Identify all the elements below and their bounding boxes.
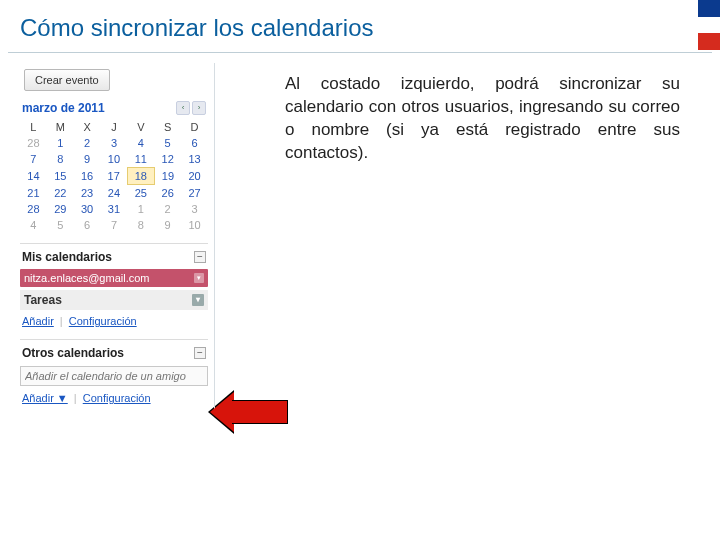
tasks-label: Tareas — [24, 293, 62, 307]
calendar-day[interactable]: 17 — [101, 168, 128, 185]
calendar-day[interactable]: 26 — [154, 185, 181, 202]
calendar-sidebar: Crear evento marzo de 2011 ‹ › LMXJVSD 2… — [20, 63, 215, 412]
calendar-day[interactable]: 9 — [74, 151, 101, 168]
calendar-day[interactable]: 14 — [20, 168, 47, 185]
dropdown-icon[interactable]: ▾ — [192, 294, 204, 306]
calendar-day[interactable]: 10 — [181, 217, 208, 233]
calendar-day[interactable]: 2 — [74, 135, 101, 151]
config-link[interactable]: Configuración — [69, 315, 137, 327]
calendar-day[interactable]: 16 — [74, 168, 101, 185]
calendar-day[interactable]: 28 — [20, 135, 47, 151]
calendar-day[interactable]: 8 — [47, 151, 74, 168]
calendar-day[interactable]: 2 — [154, 201, 181, 217]
calendar-day[interactable]: 27 — [181, 185, 208, 202]
calendar-day[interactable]: 3 — [101, 135, 128, 151]
calendar-day[interactable]: 15 — [47, 168, 74, 185]
flag-decoration — [698, 0, 720, 50]
calendar-day[interactable]: 24 — [101, 185, 128, 202]
calendar-item-primary[interactable]: nitza.enlaces@gmail.com ▾ — [20, 269, 208, 287]
weekday-header: L — [20, 119, 47, 135]
title-divider — [8, 52, 712, 53]
add-other-calendar-link[interactable]: Añadir ▼ — [22, 392, 68, 404]
calendar-day[interactable]: 5 — [47, 217, 74, 233]
create-event-button[interactable]: Crear evento — [24, 69, 110, 91]
add-calendar-link[interactable]: Añadir — [22, 315, 54, 327]
my-calendars-header: Mis calendarios — [22, 250, 112, 264]
calendar-day[interactable]: 6 — [181, 135, 208, 151]
dropdown-icon[interactable]: ▾ — [194, 273, 204, 283]
calendar-day[interactable]: 8 — [127, 217, 154, 233]
calendar-day[interactable]: 11 — [127, 151, 154, 168]
calendar-day[interactable]: 7 — [101, 217, 128, 233]
weekday-header: V — [127, 119, 154, 135]
weekday-header: X — [74, 119, 101, 135]
collapse-icon[interactable]: − — [194, 251, 206, 263]
calendar-day[interactable]: 20 — [181, 168, 208, 185]
mini-calendar: LMXJVSD 28123456789101112131415161718192… — [20, 119, 208, 233]
calendar-day[interactable]: 18 — [127, 168, 154, 185]
flag-decoration-bottom — [698, 520, 720, 540]
prev-month-button[interactable]: ‹ — [176, 101, 190, 115]
calendar-day[interactable]: 30 — [74, 201, 101, 217]
weekday-header: M — [47, 119, 74, 135]
calendar-day[interactable]: 29 — [47, 201, 74, 217]
calendar-day[interactable]: 3 — [181, 201, 208, 217]
calendar-day[interactable]: 1 — [127, 201, 154, 217]
calendar-day[interactable]: 13 — [181, 151, 208, 168]
next-month-button[interactable]: › — [192, 101, 206, 115]
calendar-day[interactable]: 25 — [127, 185, 154, 202]
weekday-header: S — [154, 119, 181, 135]
collapse-icon[interactable]: − — [194, 347, 206, 359]
calendar-day[interactable]: 28 — [20, 201, 47, 217]
config-other-link[interactable]: Configuración — [83, 392, 151, 404]
calendar-day[interactable]: 19 — [154, 168, 181, 185]
tasks-item[interactable]: Tareas ▾ — [20, 290, 208, 310]
add-friend-calendar-input[interactable] — [20, 366, 208, 386]
calendar-day[interactable]: 12 — [154, 151, 181, 168]
calendar-day[interactable]: 31 — [101, 201, 128, 217]
weekday-header: D — [181, 119, 208, 135]
calendar-day[interactable]: 4 — [20, 217, 47, 233]
weekday-header: J — [101, 119, 128, 135]
calendar-day[interactable]: 4 — [127, 135, 154, 151]
calendar-day[interactable]: 21 — [20, 185, 47, 202]
calendar-day[interactable]: 5 — [154, 135, 181, 151]
calendar-day[interactable]: 6 — [74, 217, 101, 233]
pointer-arrow — [210, 392, 290, 432]
calendar-day[interactable]: 9 — [154, 217, 181, 233]
calendar-day[interactable]: 23 — [74, 185, 101, 202]
calendar-day[interactable]: 1 — [47, 135, 74, 151]
calendar-item-label: nitza.enlaces@gmail.com — [24, 272, 150, 284]
calendar-day[interactable]: 10 — [101, 151, 128, 168]
other-calendars-header: Otros calendarios — [22, 346, 124, 360]
calendar-day[interactable]: 7 — [20, 151, 47, 168]
page-title: Cómo sincronizar los calendarios — [0, 0, 720, 52]
month-label: marzo de 2011 — [22, 101, 105, 115]
instruction-paragraph: Al costado izquierdo, podrá sincronizar … — [215, 63, 720, 412]
calendar-day[interactable]: 22 — [47, 185, 74, 202]
